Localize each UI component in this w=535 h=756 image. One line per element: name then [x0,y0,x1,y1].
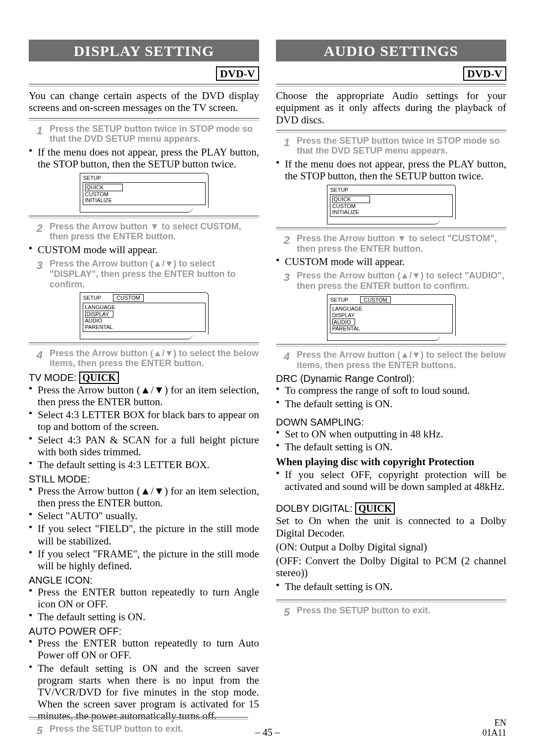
divider [276,344,506,347]
step-2: 2 Press the Arrow button ▼ to select CUS… [29,221,259,242]
osd-item: INITIALIZE [332,209,450,216]
osd-title: SETUP [327,185,455,193]
divider [29,84,259,87]
dolby-list: The default setting is ON. [276,581,506,593]
page-columns: DISPLAY SETTING DVD-V You can change cer… [29,40,506,725]
lang-code: EN [494,718,506,728]
osd-title: SETUP [83,295,102,301]
quick-badge: QUICK [355,502,395,515]
step-3: 3 Press the Arrow button (▲/▼) to select… [29,259,259,289]
dolby-intro: Set to On when the unit is connected to … [276,515,506,539]
step-text: Press the SETUP button to exit. [50,724,248,734]
step-num: 5 [276,605,290,619]
list-item: The default setting is ON and the screen… [29,662,259,722]
osd-item: CUSTOM [85,191,203,198]
list-item: To compress the range of soft to loud so… [276,384,506,396]
drc-list: To compress the range of soft to loud so… [276,384,506,409]
note-list: CUSTOM mode will appear. [29,244,259,256]
list-item: Set to ON when outputting in 48 kHz. [276,428,506,440]
step-text: Press the Arrow button (▲/▼) to select t… [50,348,259,369]
banner-display: DISPLAY SETTING [29,40,259,61]
still-list: Press the Arrow button (▲/▼) for an item… [29,485,259,572]
step-2: 2 Press the Arrow button ▼ to select "CU… [276,233,506,254]
list-item: Press the Arrow button (▲/▼) for an item… [29,384,259,408]
osd-setup-1: SETUP QUICK CUSTOM INITIALIZE [327,185,456,224]
list-item: Select "AUTO" usually. [29,510,259,522]
osd-item: LANGUAGE [85,304,203,311]
quick-badge: QUICK [79,372,119,384]
osd-item: INITIALIZE [85,197,203,204]
step-num: 1 [29,124,43,137]
step-num: 2 [29,221,43,235]
osd-tab: CUSTOM [360,296,390,304]
step-num: 1 [276,136,290,149]
angle-list: Press the ENTER button repeatedly to tur… [29,586,259,623]
note-item: CUSTOM mode will appear. [276,256,506,268]
subhead-downsampling: DOWN SAMPLING: [276,417,506,428]
note-list: If the menu does not appear, press the P… [276,158,506,182]
badge-dvdv-right: DVD-V [276,66,506,81]
osd-item: DISPLAY [332,312,450,319]
subhead-dolby: DOLBY DIGITAL: QUICK [276,502,506,515]
col-audio-settings: AUDIO SETTINGS DVD-V Choose the appropri… [276,40,506,725]
list-item: If you select "FIELD", the picture in th… [29,523,259,546]
step-text: Press the Arrow button (▲/▼) to select t… [297,350,506,370]
divider [276,130,506,133]
step-text: Press the Arrow button ▼ to select "CUST… [297,233,506,254]
note-item: If the menu does not appear, press the P… [276,158,506,182]
subhead-label: DOLBY DIGITAL: [276,503,353,514]
osd-item-selected: QUICK [332,196,371,203]
step-4: 4 Press the Arrow button (▲/▼) to select… [276,350,506,370]
step-num: 3 [276,270,290,284]
step-num: 5 [29,724,43,737]
badge-dvdv-text: DVD-V [463,66,506,81]
list-item: The default setting is 4:3 LETTER BOX. [29,459,259,471]
divider [29,342,259,345]
osd-setup-2: SETUPCUSTOM LANGUAGE DISPLAY AUDIO PAREN… [327,294,456,341]
copyright-line: When playing disc with copyright Protect… [276,456,506,468]
osd-title: SETUP [330,297,349,303]
osd-tab: CUSTOM [113,294,143,302]
list-item: Select 4:3 LETTER BOX for black bars to … [29,409,259,432]
osd-title: SETUP [80,173,208,181]
osd-item-selected: AUDIO [332,319,356,326]
subhead-stillmode: STILL MODE: [29,474,259,485]
subhead-drc: DRC (Dynamic Range Control): [276,373,506,384]
subhead-angleicon: ANGLE ICON: [29,575,259,586]
intro-text: Choose the appropriate Audio settings fo… [276,90,506,125]
banner-audio: AUDIO SETTINGS [276,40,506,61]
doc-code: EN 01A11 [482,718,506,738]
divider [29,216,259,218]
subhead-autopower: AUTO POWER OFF: [29,626,259,637]
ds-list: Set to ON when outputting in 48 kHz. The… [276,428,506,453]
list-item: Press the ENTER button repeatedly to tur… [29,586,259,610]
step-text: Press the SETUP button twice in STOP mod… [297,136,506,156]
step-text: Press the SETUP button to exit. [297,605,506,616]
list-item: The default setting is ON. [276,581,506,593]
doc-id: 01A11 [482,728,506,738]
divider [276,227,506,230]
list-item: Press the ENTER button repeatedly to tur… [29,637,259,661]
list-item: If you select OFF, copyright protection … [276,469,506,492]
step-num: 4 [29,348,43,362]
osd-item: PARENTAL [332,325,450,332]
step-5: 5 Press the SETUP button to exit. [276,605,506,619]
osd-item-selected: DISPLAY [85,311,114,318]
osd-setup-1: SETUP QUICK CUSTOM INITIALIZE [80,173,209,213]
osd-item: LANGUAGE [332,306,450,312]
list-item: Press the Arrow button (▲/▼) for an item… [29,485,259,509]
note-list: CUSTOM mode will appear. [276,256,506,268]
note-item: If the menu does not appear, press the P… [29,146,259,170]
osd-item: AUDIO [85,318,203,324]
list-item: The default setting is ON. [29,611,259,623]
tvmode-list: Press the Arrow button (▲/▼) for an item… [29,384,259,471]
osd-item: CUSTOM [332,203,450,210]
ds-list-2: If you select OFF, copyright protection … [276,469,506,492]
list-item: The default setting is ON. [276,398,506,410]
dolby-on: (ON: Output a Dolby Digital signal) [276,541,506,553]
step-num: 4 [276,350,290,363]
subhead-tvmode: TV MODE: QUICK [29,372,259,384]
step-text: Press the Arrow button (▲/▼) to select "… [297,270,506,291]
osd-setup-2: SETUPCUSTOM LANGUAGE DISPLAY AUDIO PAREN… [80,292,209,339]
step-text: Press the SETUP button twice in STOP mod… [50,124,259,144]
